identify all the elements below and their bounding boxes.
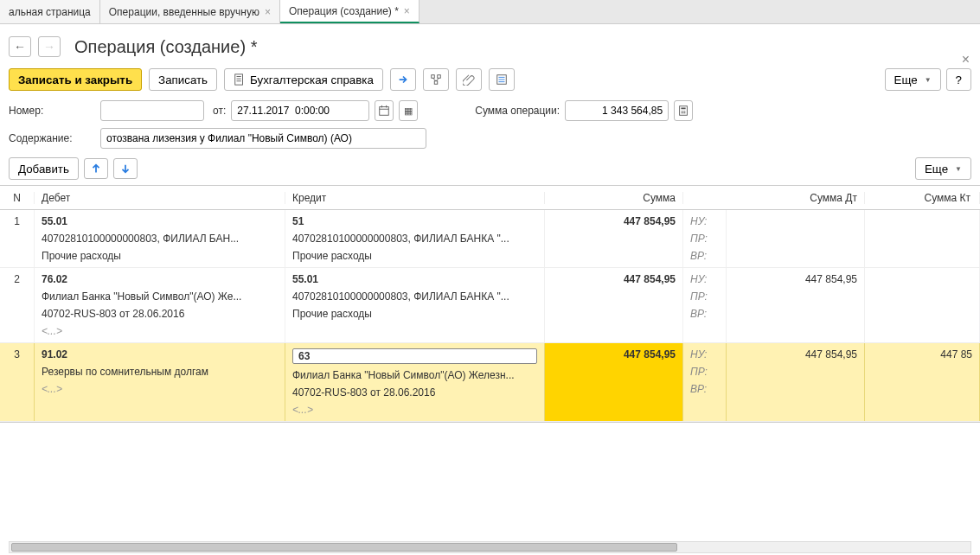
toolbar: Записать и закрыть Записать Бухгалтерска…	[0, 62, 980, 97]
tree-icon	[430, 73, 442, 86]
horizontal-scrollbar[interactable]	[9, 541, 971, 553]
col-sum-header[interactable]: Сумма	[545, 192, 683, 204]
entries-grid: N Дебет Кредит Сумма Сумма Дт Сумма Кт 1…	[0, 185, 980, 423]
tab-label: Операция (создание) *	[289, 5, 399, 17]
sum-cell[interactable]: 447 854,95	[545, 343, 683, 421]
nav-back-button[interactable]: ←	[9, 36, 31, 57]
number-input[interactable]	[100, 100, 204, 121]
sum-cell[interactable]: 447 854,95	[545, 210, 683, 267]
accounting-note-label: Бухгалтерская справка	[250, 73, 374, 86]
from-label: от:	[213, 105, 226, 117]
table-row[interactable]: 155.0140702810100000000803, ФИЛИАЛ БАН..…	[0, 210, 980, 268]
table-row[interactable]: 276.02Филиал Банка "Новый Символ"(АО) Же…	[0, 268, 980, 343]
debit-cell[interactable]: 76.02Филиал Банка "Новый Символ"(АО) Же.…	[35, 268, 285, 342]
svg-point-23	[682, 112, 683, 113]
close-icon[interactable]: ×	[265, 6, 271, 18]
svg-point-20	[682, 111, 683, 112]
tab-operations-manual[interactable]: Операции, введенные вручную ×	[100, 0, 280, 23]
date-extra-button[interactable]: ▦	[399, 100, 418, 121]
svg-line-8	[436, 78, 439, 81]
sum-kt-cell[interactable]	[865, 268, 980, 342]
attach-button[interactable]	[456, 68, 482, 91]
debit-cell[interactable]: 55.0140702810100000000803, ФИЛИАЛ БАН...…	[35, 210, 285, 267]
calc-button[interactable]	[674, 100, 693, 121]
tree-button[interactable]	[423, 68, 449, 91]
svg-rect-0	[235, 74, 243, 85]
sum-dt-cell[interactable]: 447 854,95	[727, 343, 865, 421]
report-button[interactable]	[489, 68, 515, 91]
sum-kt-cell[interactable]	[865, 210, 980, 267]
svg-point-19	[682, 111, 682, 112]
svg-rect-6	[434, 81, 438, 85]
svg-point-24	[684, 112, 685, 113]
tab-label: Операции, введенные вручную	[109, 6, 259, 18]
sum-label: Сумма операции:	[475, 105, 560, 117]
calendar-icon	[378, 105, 390, 117]
grid-header: N Дебет Кредит Сумма Сумма Дт Сумма Кт	[0, 186, 980, 210]
row-number: 1	[0, 210, 35, 267]
svg-rect-5	[438, 75, 441, 79]
move-down-button[interactable]	[113, 158, 138, 179]
more-label: Еще	[894, 73, 918, 86]
svg-rect-4	[432, 75, 435, 79]
credit-cell[interactable]: 63Филиал Банка "Новый Символ"(АО) Железн…	[285, 343, 545, 421]
scrollbar-thumb[interactable]	[11, 543, 677, 552]
move-up-button[interactable]	[84, 158, 108, 179]
svg-rect-17	[680, 106, 688, 116]
calendar-button[interactable]	[375, 100, 394, 121]
sum-input[interactable]	[565, 100, 669, 121]
svg-line-7	[432, 78, 436, 81]
fill-button[interactable]	[390, 68, 416, 91]
close-icon[interactable]: ×	[404, 5, 410, 17]
help-button[interactable]: ?	[946, 68, 971, 91]
svg-rect-18	[681, 108, 685, 110]
save-and-close-button[interactable]: Записать и закрыть	[9, 68, 142, 91]
tab-home[interactable]: альная страница	[0, 0, 100, 23]
col-credit-header[interactable]: Кредит	[285, 192, 545, 204]
row-number: 3	[0, 343, 35, 421]
close-page-icon[interactable]: ×	[962, 52, 970, 67]
page-title: Операция (создание) *	[67, 37, 257, 57]
chevron-down-icon: ▼	[925, 76, 932, 84]
col-n-header[interactable]: N	[0, 192, 35, 204]
credit-cell[interactable]: 55.0140702810100000000803, ФИЛИАЛ БАНКА …	[285, 268, 545, 342]
svg-rect-13	[380, 107, 389, 116]
paperclip-icon	[463, 73, 475, 86]
nav-forward-button: →	[38, 36, 61, 57]
arrow-up-icon	[90, 163, 102, 175]
sum-cell[interactable]: 447 854,95	[545, 268, 683, 342]
tax-labels-cell: НУ:ПР:ВР:	[683, 268, 727, 342]
table-more-button[interactable]: Еще ▼	[915, 157, 971, 180]
date-input[interactable]	[231, 100, 369, 121]
number-label: Номер:	[9, 105, 95, 117]
accounting-note-button[interactable]: Бухгалтерская справка	[224, 68, 383, 91]
document-icon	[234, 73, 246, 86]
tab-bar: альная страница Операции, введенные вруч…	[0, 0, 980, 24]
table-row[interactable]: 391.02Резервы по сомнительным долгам<...…	[0, 343, 980, 422]
chevron-down-icon: ▼	[955, 165, 962, 173]
tax-labels-cell: НУ:ПР:ВР:	[683, 210, 727, 267]
credit-cell[interactable]: 5140702810100000000803, ФИЛИАЛ БАНКА "..…	[285, 210, 545, 267]
sum-dt-cell[interactable]: 447 854,95	[727, 268, 865, 342]
svg-point-21	[684, 111, 685, 112]
tab-operation-create[interactable]: Операция (создание) * ×	[280, 0, 420, 23]
tax-labels-cell: НУ:ПР:ВР:	[683, 343, 727, 421]
debit-cell[interactable]: 91.02Резервы по сомнительным долгам<...>	[35, 343, 285, 421]
arrow-down-icon	[119, 163, 131, 175]
col-debit-header[interactable]: Дебет	[35, 192, 285, 204]
content-input[interactable]	[100, 128, 426, 149]
content-label: Содержание:	[9, 132, 95, 144]
sum-kt-cell[interactable]: 447 85	[865, 343, 980, 421]
more-label: Еще	[925, 163, 948, 175]
add-row-button[interactable]: Добавить	[9, 157, 79, 180]
list-icon	[496, 73, 508, 86]
col-sumdt-header[interactable]: Сумма Дт	[727, 192, 865, 204]
col-sumkt-header[interactable]: Сумма Кт	[865, 192, 980, 204]
arrow-right-icon	[397, 73, 409, 86]
save-button[interactable]: Записать	[149, 68, 217, 91]
sum-dt-cell[interactable]	[727, 210, 865, 267]
calculator-icon	[677, 105, 689, 117]
svg-point-22	[682, 112, 682, 113]
more-button[interactable]: Еще ▼	[885, 68, 941, 91]
row-number: 2	[0, 268, 35, 342]
